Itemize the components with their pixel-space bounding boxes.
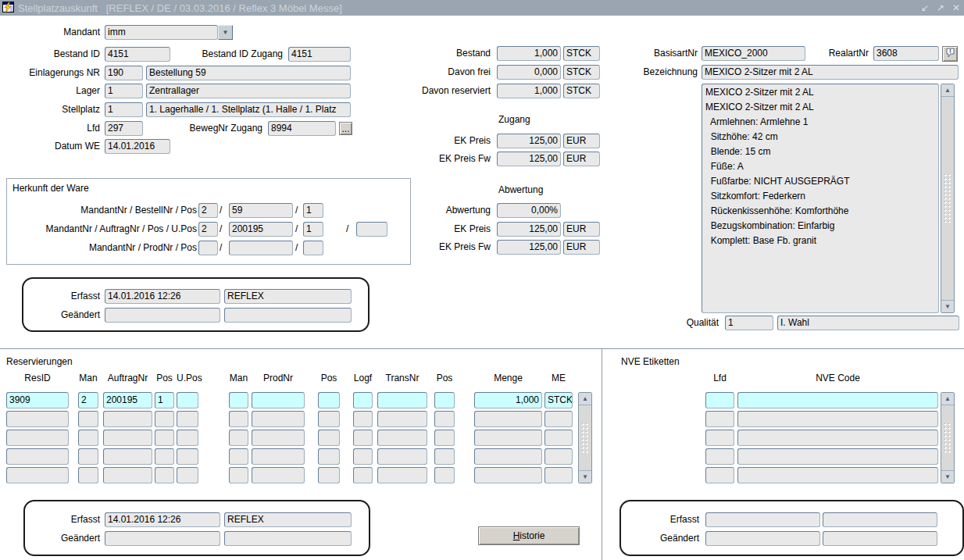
mandant-dropdown-button[interactable]: ▼ [218, 25, 233, 40]
res-cell[interactable] [6, 467, 69, 483]
herkunft-prodnr[interactable] [229, 241, 293, 255]
realartnr-field[interactable]: 3608 [873, 46, 939, 61]
res-geaendert-user-field[interactable] [224, 531, 352, 546]
nve-cell-code[interactable] [737, 430, 938, 446]
scroll-down-icon[interactable]: ▼ [941, 470, 954, 483]
res-cell[interactable] [544, 448, 573, 465]
bestand-value-field[interactable]: 1,000 [497, 46, 561, 61]
res-cell[interactable] [103, 467, 152, 483]
bestand-unit-field[interactable]: STCK [563, 46, 600, 61]
bestand-id-field[interactable]: 4151 [105, 47, 170, 62]
res-cell[interactable] [474, 467, 542, 483]
res-cell-pos2[interactable] [318, 392, 340, 408]
res-cell[interactable] [318, 467, 340, 483]
res-cell[interactable] [6, 430, 69, 446]
bezeichnung-field[interactable]: MEXICO 2-Sitzer mit 2 AL [702, 65, 959, 80]
res-cell[interactable] [229, 411, 248, 427]
res-cell[interactable] [377, 430, 427, 446]
res-cell[interactable] [229, 430, 248, 446]
abwertung-ek-preis-unit-field[interactable]: EUR [563, 222, 600, 237]
herkunft-bestellnr-pos[interactable]: 1 [303, 203, 323, 218]
res-cell[interactable] [229, 467, 248, 483]
herkunft-auftragnr-mandant[interactable]: 2 [198, 222, 218, 237]
qualitaet-text-field[interactable]: I. Wahl [777, 316, 959, 330]
zugang-ek-preis-fw-field[interactable]: 125,00 [497, 152, 561, 166]
minimize-icon[interactable]: ↙ [921, 2, 929, 13]
herkunft-auftragnr[interactable]: 200195 [229, 222, 293, 237]
res-cell[interactable] [377, 448, 427, 465]
res-cell[interactable] [155, 430, 174, 446]
res-cell[interactable] [78, 448, 98, 465]
res-cell[interactable] [377, 467, 427, 483]
res-cell[interactable] [474, 430, 542, 446]
nve-cell-lfd[interactable] [705, 467, 734, 483]
nve-geaendert-datetime-field[interactable] [705, 531, 820, 546]
scrollbar-thumb[interactable] [579, 405, 591, 470]
nve-geaendert-user-field[interactable] [823, 531, 937, 546]
nve-cell-lfd[interactable] [705, 430, 734, 446]
res-cell[interactable] [252, 467, 305, 483]
lfd-field[interactable]: 297 [105, 121, 143, 136]
scrollbar-thumb[interactable] [941, 405, 954, 470]
einlagerungs-nr-text-field[interactable]: Bestellung 59 [146, 66, 351, 80]
res-cell[interactable] [252, 430, 305, 446]
res-cell[interactable] [434, 411, 455, 427]
res-cell[interactable] [434, 430, 455, 446]
res-cell[interactable] [353, 448, 373, 465]
abwertung-ek-preis-fw-unit-field[interactable]: EUR [563, 240, 600, 255]
res-cell[interactable] [103, 430, 152, 446]
restore-icon[interactable]: ↗ [937, 2, 944, 13]
qualitaet-value-field[interactable]: 1 [725, 316, 773, 330]
scroll-down-icon[interactable]: ▼ [579, 470, 591, 483]
artikel-details-textarea[interactable]: MEXICO 2-Sitzer mit 2 AL MEXICO 2-Sitzer… [702, 84, 939, 313]
geaendert-datetime-field[interactable] [105, 308, 220, 323]
nve-erfasst-datetime-field[interactable] [705, 512, 820, 527]
historie-button[interactable]: Historie [478, 526, 580, 545]
bestand-id-zugang-field[interactable]: 4151 [288, 47, 351, 62]
res-cell[interactable] [78, 430, 98, 446]
erfasst-datetime-field[interactable]: 14.01.2016 12:26 [105, 289, 220, 304]
res-cell-pos1[interactable]: 1 [155, 392, 174, 408]
res-cell[interactable] [353, 430, 373, 446]
res-geaendert-datetime-field[interactable] [105, 531, 220, 546]
res-cell[interactable] [103, 448, 152, 465]
res-cell[interactable] [155, 411, 174, 427]
res-cell-upos[interactable] [177, 392, 198, 408]
res-cell-auftragnr[interactable]: 200195 [103, 392, 152, 408]
nve-scrollbar[interactable]: ▲ ▼ [941, 392, 955, 483]
stellplatz-field[interactable]: 1 [105, 102, 143, 117]
basisartnr-field[interactable]: MEXICO_2000 [702, 46, 805, 61]
scrollbar-thumb[interactable] [941, 97, 954, 300]
realartnr-note-button[interactable] [942, 46, 958, 62]
nve-cell-code[interactable] [737, 448, 938, 465]
res-cell-menge[interactable]: 1,000 [474, 392, 542, 408]
res-cell[interactable] [155, 448, 174, 465]
scroll-up-icon[interactable]: ▲ [941, 393, 954, 405]
close-icon[interactable]: ✕ [952, 2, 960, 13]
res-cell[interactable] [252, 448, 305, 465]
res-cell[interactable] [155, 467, 174, 483]
res-cell[interactable] [544, 430, 573, 446]
bewegnr-lookup-button[interactable]: ... [339, 122, 352, 135]
nve-cell-lfd[interactable] [705, 411, 734, 427]
res-cell[interactable] [318, 411, 340, 427]
davon-reserviert-value-field[interactable]: 1,000 [497, 84, 561, 98]
res-cell[interactable] [434, 467, 455, 483]
res-cell-transnr[interactable] [377, 392, 427, 408]
abwertung-value-field[interactable]: 0,00% [497, 203, 561, 218]
res-cell-resid[interactable]: 3909 [6, 392, 69, 408]
res-cell[interactable] [229, 448, 248, 465]
scroll-down-icon[interactable]: ▼ [941, 300, 954, 312]
res-cell[interactable] [103, 411, 152, 427]
res-cell[interactable] [6, 448, 69, 465]
res-erfasst-user-field[interactable]: REFLEX [224, 512, 352, 527]
res-cell[interactable] [177, 411, 198, 427]
res-cell[interactable] [78, 467, 98, 483]
herkunft-bestellnr-mandant[interactable]: 2 [198, 203, 218, 218]
res-cell[interactable] [353, 467, 373, 483]
res-cell[interactable] [252, 411, 305, 427]
herkunft-prodnr-mandant[interactable] [198, 241, 218, 255]
res-cell[interactable] [177, 448, 198, 465]
nve-erfasst-user-field[interactable] [823, 512, 937, 527]
details-scrollbar[interactable]: ▲ ▼ [941, 84, 955, 313]
